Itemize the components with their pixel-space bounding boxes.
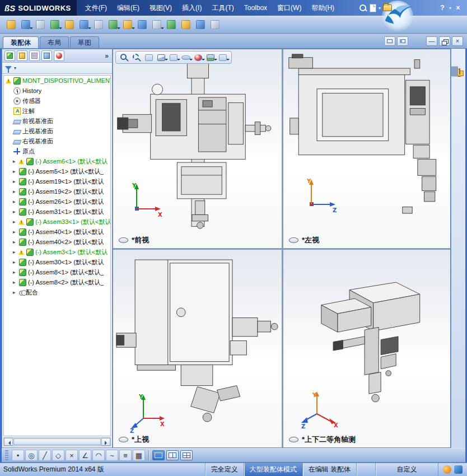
expand-arrow-icon[interactable]: ▸ xyxy=(13,290,18,295)
minimize-button[interactable]: — xyxy=(426,36,437,46)
pane-toggle-right-icon[interactable] xyxy=(397,36,408,46)
tree-item[interactable]: 上视基准面 xyxy=(4,126,110,136)
pane-toggle-left-icon[interactable] xyxy=(384,36,395,46)
insert-components-icon[interactable] xyxy=(19,18,32,31)
tree-item[interactable]: 右视基准面 xyxy=(4,136,110,146)
viewport-isometric[interactable]: Y X Z *上下二等角轴测 xyxy=(283,250,450,447)
smart-fasteners-icon[interactable] xyxy=(63,18,76,31)
bill-of-materials-icon[interactable] xyxy=(150,18,164,31)
tree-item[interactable]: 原点 xyxy=(4,146,110,156)
expand-arrow-icon[interactable]: ▸ xyxy=(13,189,18,194)
tree-item[interactable]: ▸ (-) Assem40<1> (默认<默认 xyxy=(4,227,110,237)
new-motion-study-icon[interactable] xyxy=(136,18,149,31)
view-orientation-icon[interactable] xyxy=(156,53,167,63)
viewport-top[interactable]: Y X Z *上视 xyxy=(113,250,282,447)
menu-item[interactable]: 帮助(H) xyxy=(306,0,339,16)
delete-point-icon[interactable]: × xyxy=(66,450,78,461)
menu-item[interactable]: 插入(I) xyxy=(177,0,207,16)
viewport-left[interactable]: Y Z *左视 xyxy=(283,49,450,248)
zoom-area-icon[interactable] xyxy=(131,53,142,63)
window-close-button[interactable]: × xyxy=(454,4,463,12)
panel-horizontal-scrollbar[interactable] xyxy=(3,437,111,446)
spline-icon[interactable]: ~ xyxy=(106,450,118,461)
instant3d-icon[interactable] xyxy=(208,18,222,31)
expand-arrow-icon[interactable]: ▸ xyxy=(13,219,18,225)
restore-button[interactable] xyxy=(439,36,450,46)
tree-item[interactable]: ▸ (-) Assem8<2> (默认<默认_ xyxy=(4,277,110,287)
tree-item[interactable]: ▸ (-) Assem5<1> (默认<默认_ xyxy=(4,166,110,176)
dropdown-caret-icon[interactable] xyxy=(161,27,164,31)
tree-item[interactable]: 传感器 xyxy=(4,96,110,106)
filter-funnel-icon[interactable] xyxy=(5,66,12,70)
tree-item[interactable]: ▸ (-) Assem19<2> (默认<默认 xyxy=(4,186,110,197)
dropdown-caret-icon[interactable] xyxy=(30,27,33,31)
angle-icon[interactable]: ∠ xyxy=(79,450,91,461)
configurationmanager-icon[interactable] xyxy=(29,50,40,61)
menu-item[interactable]: 窗口(W) xyxy=(272,0,306,16)
edit-component-icon[interactable] xyxy=(4,18,18,31)
open-document-caret-icon[interactable]: ▾ xyxy=(394,6,396,11)
centerline-icon[interactable]: ≡ xyxy=(119,450,132,461)
expand-arrow-icon[interactable]: ▸ xyxy=(13,209,18,214)
expand-arrow-icon[interactable]: ▸ xyxy=(13,259,18,265)
expand-arrow-icon[interactable]: ▸ xyxy=(13,269,18,275)
menu-item[interactable]: Toolbox xyxy=(239,0,272,16)
menu-item[interactable]: 工具(T) xyxy=(207,0,239,16)
custom-properties-icon[interactable] xyxy=(457,66,458,77)
expand-arrow-icon[interactable]: ▸ xyxy=(13,239,18,245)
viewport-four-icon[interactable] xyxy=(180,450,193,460)
show-hidden-components-icon[interactable] xyxy=(92,18,105,31)
interference-detection-icon[interactable] xyxy=(194,18,207,31)
tree-item[interactable]: ▸ (-) Assem3<1> (默认<默认 xyxy=(4,247,110,257)
viewport-two-icon[interactable] xyxy=(166,450,179,460)
display-style-icon[interactable] xyxy=(168,53,179,63)
tree-item[interactable]: 前视基准面 xyxy=(4,116,110,126)
ime-tray-icon[interactable] xyxy=(443,465,451,474)
tree-item[interactable]: ▸ (-) Assem26<1> (默认<默认 xyxy=(4,197,110,207)
tree-item[interactable]: ▸ (-) Assem33<1> (默认<默认 xyxy=(4,217,110,227)
arc-icon[interactable]: ◠ xyxy=(92,450,105,461)
dropdown-caret-icon[interactable] xyxy=(59,27,62,31)
scroll-left-button[interactable] xyxy=(4,438,13,446)
expand-arrow-icon[interactable]: ▸ xyxy=(13,179,18,184)
apply-scene-icon[interactable] xyxy=(205,53,216,63)
propertymanager-icon[interactable] xyxy=(17,50,27,61)
new-document-caret-icon[interactable]: ▾ xyxy=(379,6,381,11)
displaymanager-icon[interactable] xyxy=(54,50,64,61)
tree-item[interactable]: ▸ (-) Assem8<1> (默认<默认_ xyxy=(4,267,110,277)
menu-item[interactable]: 文件(F) xyxy=(80,0,112,16)
explode-line-sketch-icon[interactable] xyxy=(179,18,193,31)
assembly-features-icon[interactable] xyxy=(106,18,120,31)
scroll-right-button[interactable] xyxy=(101,438,110,446)
dropdown-caret-icon[interactable] xyxy=(88,27,91,31)
featuremanager-icon[interactable] xyxy=(4,50,15,61)
scroll-thumb[interactable] xyxy=(13,438,101,445)
menu-item[interactable]: 视图(V) xyxy=(144,0,177,16)
circle-icon[interactable]: ◎ xyxy=(25,450,38,461)
view-settings-icon[interactable] xyxy=(217,53,228,63)
tree-item[interactable]: MONT_DISPOSITIVO_ALIMENTA xyxy=(4,76,110,86)
reference-geometry-icon[interactable] xyxy=(121,18,134,31)
tree-item[interactable]: ▸ (-) Assem6<1> (默认<默认 xyxy=(4,156,110,166)
new-document-icon[interactable] xyxy=(370,4,376,12)
search-icon[interactable] xyxy=(359,4,367,12)
point-icon[interactable]: • xyxy=(12,450,24,461)
filter-caret-icon[interactable]: ▾ xyxy=(14,66,16,71)
tree-item[interactable]: History xyxy=(4,86,110,96)
zoom-fit-icon[interactable] xyxy=(119,53,130,63)
viewport-single-icon[interactable] xyxy=(152,450,165,460)
dropdown-caret-icon[interactable] xyxy=(117,27,120,31)
tree-item[interactable]: ▸ (-) Assem19<1> (默认<默认 xyxy=(4,176,110,186)
grid-icon[interactable]: ▦ xyxy=(133,450,145,461)
dimxpertmanager-icon[interactable] xyxy=(41,50,52,61)
tree-item[interactable]: ▸ (-) Assem40<2> (默认<默认 xyxy=(4,237,110,247)
expand-arrow-icon[interactable]: ▸ xyxy=(13,249,18,255)
tree-item[interactable]: ▸ (-) Assem31<1> (默认<默认 xyxy=(4,207,110,217)
move-component-icon[interactable] xyxy=(77,18,91,31)
mate-icon[interactable] xyxy=(34,18,47,31)
commandmanager-tab[interactable]: 草图 xyxy=(70,36,99,48)
polygon-icon[interactable]: ◇ xyxy=(52,450,64,461)
expand-arrow-icon[interactable]: ▸ xyxy=(13,229,18,235)
tree-item[interactable]: ▸ (-) Assem30<1> (默认<默认 xyxy=(4,257,110,267)
expand-arrow-icon[interactable]: ▸ xyxy=(13,158,18,164)
